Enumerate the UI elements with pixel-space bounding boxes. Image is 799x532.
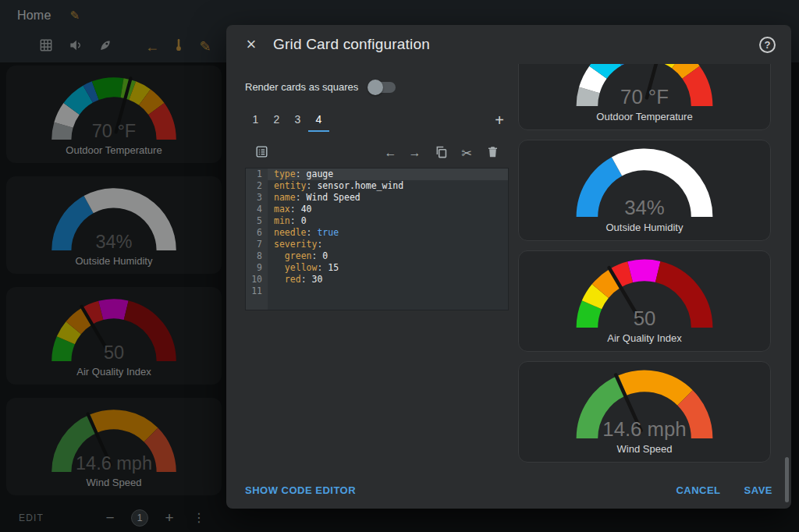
arrow-right-icon: → [409, 146, 421, 159]
gauge-chart: 34% [573, 145, 716, 219]
move-card-right-button[interactable]: → [409, 146, 421, 160]
code-line-text: min: 0 [268, 215, 508, 227]
card-type-picker-button[interactable] [253, 144, 270, 161]
code-line[interactable]: 8 green: 0 [246, 250, 508, 262]
code-line-text: needle: true [268, 227, 508, 239]
code-line-text: type: gauge [268, 168, 508, 180]
code-line-text [268, 286, 508, 297]
code-line[interactable]: 9 yellow: 15 [246, 262, 508, 274]
code-line[interactable]: 2entity: sensor.home_wind [246, 180, 508, 192]
grid-card-configuration-dialog: × Grid Card configuration ? Render cards… [226, 25, 791, 509]
toggle-knob [368, 80, 383, 95]
delete-card-button[interactable] [484, 144, 501, 161]
dialog-title: Grid Card configuration [273, 36, 430, 53]
code-line-text: green: 0 [268, 250, 508, 262]
card-preview-column: 70 °FOutdoor Temperature34%Outside Humid… [518, 64, 771, 471]
code-line[interactable]: 10 red: 30 [246, 274, 508, 286]
close-icon: × [247, 34, 257, 54]
svg-text:50: 50 [634, 307, 656, 329]
card-tab-bar: 1234 + [245, 108, 509, 132]
tab-1[interactable]: 1 [245, 108, 266, 132]
dialog-header: × Grid Card configuration ? [226, 25, 791, 64]
code-line[interactable]: 1type: gauge [246, 168, 508, 180]
gauge-card-title: Wind Speed [617, 443, 673, 455]
tab-3[interactable]: 3 [287, 108, 308, 132]
line-number: 4 [246, 204, 268, 215]
gauge-card-outdoor-temperature: 70 °FOutdoor Temperature [518, 64, 771, 130]
scissors-icon: ✂ [462, 147, 472, 160]
help-button[interactable]: ? [759, 37, 776, 53]
squares-toggle-label: Render cards as squares [245, 81, 358, 93]
code-editor-toolbar: ← → ✂ [245, 138, 509, 168]
line-number: 6 [246, 227, 268, 239]
arrow-left-icon: ← [385, 146, 397, 159]
gauge-chart: 14.6 mph [573, 367, 716, 441]
trash-icon [485, 144, 500, 162]
footer-action-group: CANCEL SAVE [676, 484, 772, 496]
line-number: 9 [246, 262, 268, 274]
gauge-card-outside-humidity: 34%Outside Humidity [518, 140, 771, 241]
dialog-scrollbar[interactable] [785, 457, 789, 502]
line-number: 7 [246, 239, 268, 250]
svg-text:14.6 mph: 14.6 mph [602, 418, 686, 440]
code-line[interactable]: 7severity: [246, 239, 508, 250]
copy-icon [434, 144, 449, 162]
dialog-footer: SHOW CODE EDITOR CANCEL SAVE [226, 471, 791, 509]
code-line[interactable]: 6needle: true [246, 227, 508, 239]
list-box-icon [254, 144, 269, 162]
gauge-card-air-quality-index: 50Air Quality Index [518, 250, 771, 352]
gauge-chart: 70 °F [573, 64, 716, 108]
line-number: 11 [246, 286, 268, 297]
gauge-card-title: Outside Humidity [606, 222, 684, 233]
card-tabs: 1234 [245, 108, 329, 132]
move-card-left-button[interactable]: ← [385, 146, 397, 160]
code-line[interactable]: 4max: 40 [246, 204, 508, 215]
code-line-text: red: 30 [268, 274, 508, 286]
copy-card-button[interactable] [433, 144, 450, 161]
tab-4[interactable]: 4 [308, 108, 329, 132]
close-dialog-button[interactable]: × [242, 36, 261, 53]
svg-text:70 °F: 70 °F [620, 86, 669, 108]
cut-card-button[interactable]: ✂ [462, 146, 472, 161]
line-number: 10 [246, 274, 268, 286]
gauge-card-title: Air Quality Index [607, 332, 681, 344]
line-number: 2 [246, 180, 268, 192]
svg-text:34%: 34% [624, 197, 665, 218]
squares-toggle-row: Render cards as squares [245, 81, 509, 93]
code-line-text: yellow: 15 [268, 262, 508, 274]
squares-toggle[interactable] [369, 82, 396, 93]
gauge-chart: 50 [573, 256, 716, 330]
code-line-text: name: Wind Speed [268, 192, 508, 204]
add-card-button[interactable]: + [490, 112, 509, 129]
screen: Home ✎ ← ✎ → 70 °FOutdoor Temperature [0, 0, 799, 532]
line-number: 3 [246, 192, 268, 204]
tab-2[interactable]: 2 [266, 108, 287, 132]
code-editor-card: ← → ✂ 1type: gauge2entity: sensor.home_w… [245, 138, 509, 310]
code-line-text: entity: sensor.home_wind [268, 180, 508, 192]
cancel-button[interactable]: CANCEL [676, 484, 720, 496]
save-button[interactable]: SAVE [744, 484, 772, 496]
gauge-card-wind-speed: 14.6 mphWind Speed [518, 361, 771, 463]
code-line-text: max: 40 [268, 204, 508, 215]
gauge-card-title: Outdoor Temperature [596, 111, 692, 122]
code-line[interactable]: 5min: 0 [246, 215, 508, 227]
add-icon: + [495, 112, 504, 129]
help-icon: ? [765, 39, 771, 51]
code-line[interactable]: 3name: Wind Speed [246, 192, 508, 204]
line-number: 5 [246, 215, 268, 227]
line-number: 1 [246, 168, 268, 180]
yaml-code-editor[interactable]: 1type: gauge2entity: sensor.home_wind3na… [245, 168, 509, 310]
show-code-editor-button[interactable]: SHOW CODE EDITOR [245, 484, 356, 496]
code-line[interactable]: 11 [246, 286, 508, 297]
code-line-text: severity: [268, 239, 508, 250]
code-action-group: ← → ✂ [385, 144, 501, 161]
line-number: 8 [246, 250, 268, 262]
card-config-column: Render cards as squares 1234 + ← → [245, 81, 509, 310]
